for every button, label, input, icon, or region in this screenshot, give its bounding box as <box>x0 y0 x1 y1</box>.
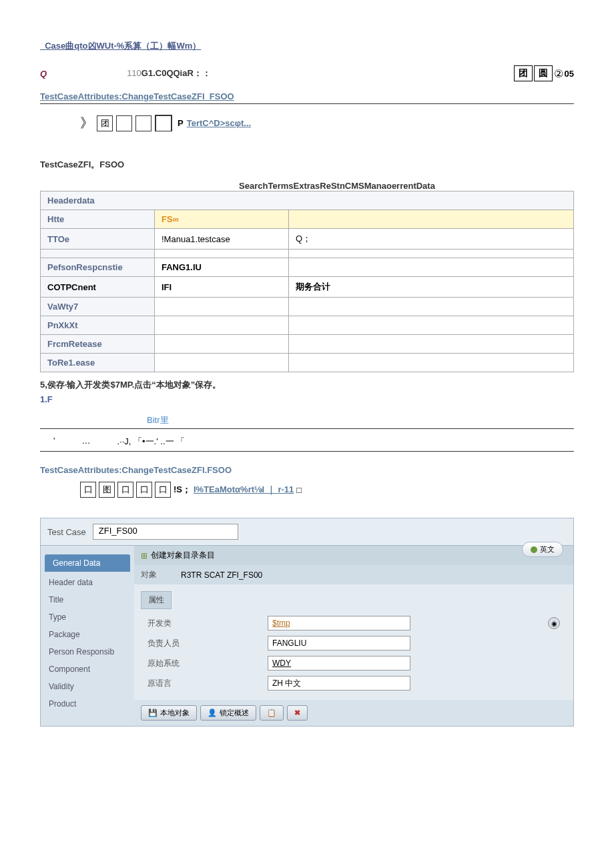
language-button[interactable]: 英文 <box>522 542 563 557</box>
sidebar-item[interactable]: Header data <box>41 574 134 591</box>
testcase-label: Test Case <box>47 527 86 537</box>
code-prefix: 110 <box>127 68 141 78</box>
form-value-1 <box>155 335 289 354</box>
form-value-2: Q； <box>289 229 574 250</box>
tb2-text: !S； <box>174 484 191 496</box>
toolbar-icon-square-4[interactable] <box>155 115 172 131</box>
sidebar-tab-general[interactable]: General Data <box>45 554 130 572</box>
testcase-heading: TestCaseZFI。FSOO <box>40 159 574 171</box>
dialog-object-row: 对象 R3TR SCAT ZFI_FS00 <box>134 565 573 584</box>
sap-dialog: ⊞ 创建对象目录条目 对象 R3TR SCAT ZFI_FS00 属性 开发类$… <box>134 546 573 726</box>
top-breadcrumb-link[interactable]: _Case曲qto凶WUt-%系算（工）幅Wm） <box>40 40 574 52</box>
bitr-row: Bitr里 <box>40 411 574 429</box>
sidebar-item[interactable]: Title <box>41 591 134 608</box>
lock-overview-label: 锁定概述 <box>220 708 249 718</box>
sidebar-item[interactable]: Component <box>41 661 134 678</box>
dialog-title-bar: ⊞ 创建对象目录条目 <box>134 546 573 565</box>
form-value-1: !Manua1.testcase <box>155 229 289 250</box>
person-icon: 👤 <box>208 709 217 717</box>
form-value-2: 期务合计 <box>289 277 574 298</box>
toolbar-icon-square-2[interactable] <box>116 115 132 131</box>
attributes-header: 属性 <box>141 591 172 609</box>
tb2-icon-3[interactable]: 口 <box>117 482 133 498</box>
form-value-2 <box>289 298 574 316</box>
tb2-icon-1[interactable]: 口 <box>80 482 96 498</box>
form-value-2 <box>289 210 574 229</box>
language-label: 英文 <box>540 544 555 554</box>
sidebar-item[interactable]: Person Responsib <box>41 643 134 661</box>
dialog-form-row: 原始系统WDY <box>141 653 567 673</box>
dots-left: ' <box>53 436 55 448</box>
badge-circle: ② <box>554 67 563 80</box>
form-value-2 <box>289 258 574 277</box>
copy-icon: 📋 <box>267 709 276 717</box>
form-label <box>41 250 155 258</box>
object-label: 对象 <box>141 569 181 580</box>
form-value-1: IFI <box>155 277 289 298</box>
dots-right: .··J, 「•一.' ..一 「 <box>117 436 185 448</box>
save-local-label: 本地对象 <box>160 708 190 718</box>
dialog-row-input[interactable]: FANGLIU <box>268 636 410 650</box>
form-label: TTOe <box>41 229 155 250</box>
form-value-1 <box>155 250 289 258</box>
badge-2: 圆 <box>534 65 553 81</box>
dialog-form-row: 原语言ZH 中文 <box>141 673 567 693</box>
form-label: Htte <box>41 210 155 229</box>
form-value-1: FANG1.IU <box>155 258 289 277</box>
dialog-row-input[interactable]: $tmp <box>268 616 410 630</box>
create-icon: ⊞ <box>141 551 147 560</box>
right-badges: 团 圆 ② 05 <box>514 65 574 81</box>
dialog-row-input[interactable]: ZH 中文 <box>268 676 410 691</box>
tb2-icon-4[interactable]: 口 <box>136 482 152 498</box>
form-value-2 <box>289 250 574 258</box>
dots-mid: … <box>81 436 90 448</box>
sap-sidebar: General Data Header dataTitleTypePackage… <box>41 546 134 726</box>
form-value-1 <box>155 298 289 316</box>
form-label: FrcmRetease <box>41 335 155 354</box>
sidebar-item[interactable]: Package <box>41 626 134 643</box>
step-number: 1.F <box>40 394 574 404</box>
tb2-icon-5[interactable]: 口 <box>155 482 171 498</box>
dialog-form-row: 开发类$tmp◉ <box>141 613 567 633</box>
form-label: PnXkXt <box>41 316 155 335</box>
copy-button[interactable]: 📋 <box>260 705 284 721</box>
q-label: Q <box>40 69 47 79</box>
toolbar-1: 》 团 P TertC^D>scφt... <box>80 114 574 132</box>
save-local-button[interactable]: 💾 本地对象 <box>141 705 197 721</box>
toolbar-icon-square-3[interactable] <box>135 115 151 131</box>
form-table: Headerdata HtteFS∞TTOe!Manua1.testcaseQ；… <box>40 191 574 372</box>
sidebar-item[interactable]: Type <box>41 608 134 626</box>
badge-suffix: 05 <box>565 69 574 79</box>
dialog-form-row: 负责人员FANGLIU <box>141 633 567 653</box>
value-help-icon[interactable]: ◉ <box>548 617 560 629</box>
sidebar-item[interactable]: Product <box>41 695 134 713</box>
cancel-button[interactable]: ✖ <box>287 705 308 721</box>
form-label: VaWty7 <box>41 298 155 316</box>
tb2-icon-2[interactable]: 图 <box>99 482 115 498</box>
form-value-1: FS∞ <box>155 210 289 229</box>
dialog-row-label: 原语言 <box>147 678 268 689</box>
dialog-row-input[interactable]: WDY <box>268 656 410 671</box>
object-value: R3TR SCAT ZFI_FS00 <box>181 570 262 580</box>
toolbar-icon-square-1[interactable]: 团 <box>97 115 113 131</box>
globe-icon <box>531 546 537 553</box>
dialog-row-label: 开发类 <box>147 618 268 629</box>
table-header: Headerdata <box>41 191 574 210</box>
narrative: 5,侯存·输入开发类$7MP.点击“本地对象”保存。 <box>40 379 574 391</box>
toolbar-script-link[interactable]: TertC^D>scφt... <box>187 118 251 128</box>
dialog-row-label: 原始系统 <box>147 658 268 669</box>
testcase-input[interactable]: ZFI_FS00 <box>93 524 238 540</box>
subtitle-1[interactable]: TestCaseAttributes:ChangeTestCaseZFI_FSO… <box>40 91 574 104</box>
form-label: COTPCnent <box>41 277 155 298</box>
sidebar-item[interactable]: Validity <box>41 678 134 695</box>
badge-1: 团 <box>514 65 533 81</box>
tb2-link[interactable]: I%TEaMotα%rt¹⁄₈l ｜ r-11 <box>194 484 294 496</box>
chevron-double-icon[interactable]: 》 <box>80 114 93 132</box>
lock-overview-button[interactable]: 👤 锁定概述 <box>200 705 256 721</box>
form-label: PefsonRespcnstie <box>41 258 155 277</box>
save-icon: 💾 <box>148 709 158 717</box>
close-icon: ✖ <box>294 709 300 717</box>
form-value-2 <box>289 335 574 354</box>
form-label: ToRe1.ease <box>41 354 155 372</box>
dialog-row-label: 负责人员 <box>147 638 268 649</box>
